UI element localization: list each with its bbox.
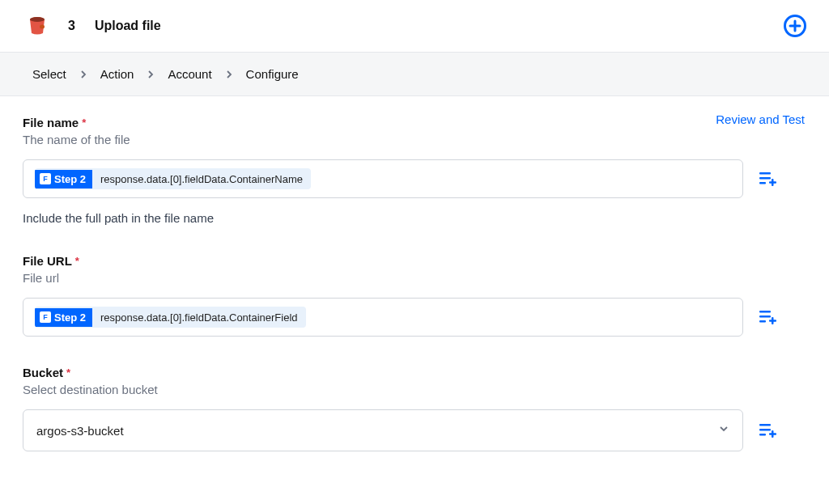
svg-rect-6: [759, 177, 771, 180]
bucket-label: Bucket *: [23, 366, 806, 379]
svg-rect-5: [759, 172, 771, 175]
breadcrumb-select[interactable]: Select: [32, 67, 66, 81]
bucket-selected-value: argos-s3-bucket: [36, 424, 124, 438]
filename-sublabel: The name of the file: [23, 133, 806, 146]
filename-data-pill[interactable]: F Step 2 response.data.[0].fieldData.Con…: [35, 168, 311, 189]
pill-step-badge: F Step 2: [35, 308, 92, 327]
filename-label: File name *: [23, 116, 806, 129]
chevron-down-icon: [718, 423, 729, 438]
svg-rect-17: [759, 434, 766, 436]
svg-rect-12: [759, 320, 766, 323]
pill-step-label: Step 2: [54, 311, 86, 324]
pill-step-badge: F Step 2: [35, 170, 92, 188]
step-number: 3: [68, 19, 75, 33]
breadcrumb-configure[interactable]: Configure: [246, 67, 299, 81]
fileurl-field-group: File URL * File url F Step 2 response.da…: [23, 254, 806, 337]
filename-input[interactable]: F Step 2 response.data.[0].fieldData.Con…: [23, 159, 743, 198]
bucket-sublabel: Select destination bucket: [23, 383, 806, 396]
insert-data-button[interactable]: [759, 423, 777, 438]
configure-panel: Review and Test File name * The name of …: [0, 96, 829, 504]
svg-rect-9: [769, 181, 776, 184]
insert-data-button[interactable]: [759, 310, 777, 324]
required-indicator: *: [66, 366, 70, 379]
svg-rect-19: [769, 433, 776, 435]
breadcrumb: Select Action Account Configure: [0, 53, 829, 96]
svg-rect-16: [759, 429, 771, 431]
step-title: Upload file: [95, 19, 161, 33]
bucket-label-text: Bucket: [23, 366, 63, 379]
breadcrumb-account[interactable]: Account: [168, 67, 211, 81]
fileurl-input[interactable]: F Step 2 response.data.[0].fieldData.Con…: [23, 298, 743, 337]
insert-data-button[interactable]: [759, 172, 777, 186]
svg-point-2: [40, 25, 45, 29]
bucket-field-group: Bucket * Select destination bucket argos…: [23, 366, 806, 451]
step-header: 3 Upload file: [0, 0, 829, 53]
required-indicator: *: [75, 255, 79, 267]
filename-label-text: File name: [23, 116, 79, 129]
chevron-right-icon: [147, 70, 155, 78]
svg-rect-11: [759, 316, 771, 318]
required-indicator: *: [82, 116, 86, 129]
fileurl-label: File URL *: [23, 254, 806, 268]
chevron-right-icon: [225, 70, 233, 78]
pill-step-label: Step 2: [54, 173, 86, 185]
svg-rect-10: [759, 311, 771, 313]
header-left: 3 Upload file: [26, 15, 161, 37]
svg-rect-7: [759, 182, 766, 184]
step-badge-icon: F: [40, 311, 51, 323]
fileurl-label-text: File URL: [23, 254, 72, 268]
filename-row: F Step 2 response.data.[0].fieldData.Con…: [23, 159, 806, 198]
bucket-select[interactable]: argos-s3-bucket: [23, 409, 743, 451]
fileurl-row: F Step 2 response.data.[0].fieldData.Con…: [23, 298, 806, 337]
fileurl-data-pill[interactable]: F Step 2 response.data.[0].fieldData.Con…: [35, 307, 306, 328]
pill-path-text: response.data.[0].fieldData.ContainerNam…: [92, 170, 311, 188]
bucket-row: argos-s3-bucket: [23, 409, 806, 451]
svg-point-1: [30, 17, 45, 22]
review-and-test-link[interactable]: Review and Test: [716, 112, 805, 126]
pill-path-text: response.data.[0].fieldData.ContainerFie…: [92, 308, 306, 327]
fileurl-sublabel: File url: [23, 271, 806, 285]
breadcrumb-action[interactable]: Action: [100, 67, 134, 81]
step-badge-icon: F: [40, 173, 51, 184]
s3-bucket-icon: [26, 15, 49, 37]
svg-rect-15: [759, 424, 771, 426]
add-step-button[interactable]: [784, 15, 806, 37]
filename-field-group: File name * The name of the file F Step …: [23, 116, 806, 225]
svg-rect-14: [769, 320, 776, 322]
chevron-right-icon: [79, 70, 87, 78]
filename-note: Include the full path in the file name: [23, 211, 806, 225]
